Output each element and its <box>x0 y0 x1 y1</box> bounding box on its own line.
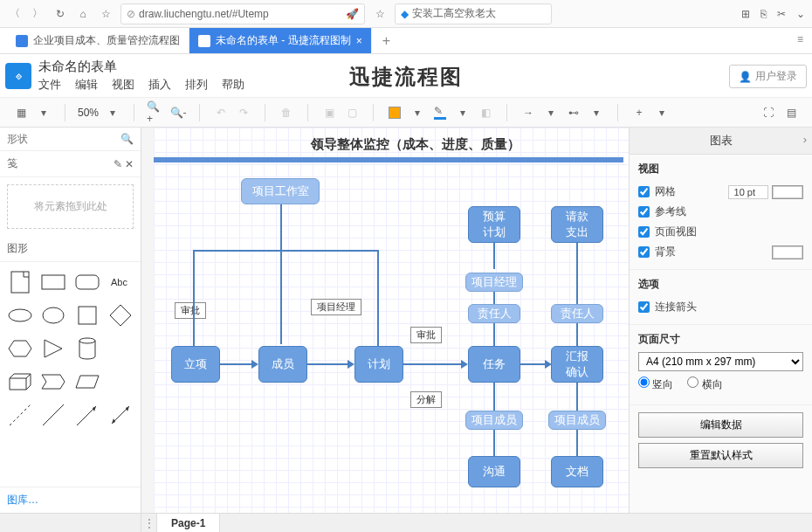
shapes-header[interactable]: 图形 <box>0 236 141 262</box>
page-tab-menu[interactable]: ⋮ <box>141 514 157 532</box>
menu-edit[interactable]: 编辑 <box>75 77 98 93</box>
node-establish[interactable]: 立项 <box>171 346 220 383</box>
shape-text[interactable]: Abc <box>107 269 134 295</box>
label-approve2[interactable]: 审批 <box>410 327 442 343</box>
chevron-down-icon[interactable]: ▾ <box>409 104 426 121</box>
connector-icon[interactable]: → <box>520 104 537 121</box>
chevron-right-icon[interactable]: › <box>803 133 807 146</box>
node-members[interactable]: 成员 <box>258 346 307 383</box>
star-icon[interactable]: ☆ <box>98 6 114 22</box>
shape-ellipse[interactable] <box>40 302 66 328</box>
cut-icon[interactable]: ✂ <box>777 8 786 20</box>
node-report[interactable]: 汇报 确认 <box>551 346 603 383</box>
diagram-title[interactable]: 领导整体监控（成本、进度、质量） <box>311 135 623 155</box>
pageview-checkbox[interactable] <box>638 226 650 238</box>
landscape-radio[interactable]: 横向 <box>687 377 722 392</box>
url-star-icon[interactable]: ☆ <box>372 6 388 22</box>
shape-blank[interactable] <box>107 335 134 362</box>
to-back-icon[interactable]: ▢ <box>343 104 361 121</box>
to-front-icon[interactable]: ▣ <box>320 104 338 121</box>
chevron-down-icon[interactable]: ▾ <box>653 104 671 121</box>
url-bar[interactable]: ⊘ draw.liuchengtu.net/#Utemp 🚀 <box>120 3 365 24</box>
grid-checkbox[interactable] <box>638 186 650 197</box>
reload-icon[interactable]: ↻ <box>52 6 68 22</box>
tab-list-icon[interactable]: ≡ <box>788 28 812 53</box>
chevron-down-icon[interactable]: ▾ <box>588 104 605 121</box>
format-panel-icon[interactable]: ▤ <box>782 104 800 121</box>
browser-search[interactable]: ◆ 安装工高空救老太 <box>395 3 552 24</box>
page-tab-1[interactable]: Page-1 <box>157 514 220 532</box>
label-approve1[interactable]: 审批 <box>175 302 206 319</box>
tab-close-icon[interactable]: × <box>356 35 362 47</box>
shape-triangle[interactable] <box>40 335 66 362</box>
shape-rounded[interactable] <box>74 269 100 295</box>
chevron-down-icon[interactable]: ⌄ <box>796 8 805 20</box>
shape-search-input[interactable] <box>7 133 115 145</box>
rocket-icon[interactable]: 🚀 <box>346 8 359 20</box>
label-pm1[interactable]: 项目经理 <box>311 299 361 315</box>
edit-icon[interactable]: ✎ ✕ <box>114 158 134 170</box>
zoom-out-icon[interactable]: 🔍- <box>169 104 187 121</box>
menu-view[interactable]: 视图 <box>112 77 134 93</box>
background-checkbox[interactable] <box>638 246 650 258</box>
node-task[interactable]: 任务 <box>468 346 520 383</box>
apps-icon[interactable]: ⊞ <box>741 8 750 20</box>
shape-step[interactable] <box>40 369 66 395</box>
node-members2[interactable]: 项目成员 <box>548 411 606 430</box>
shadow-icon[interactable]: ◧ <box>477 104 494 121</box>
shape-cylinder[interactable] <box>74 335 100 362</box>
node-resp1[interactable]: 责任人 <box>468 304 520 323</box>
chevron-down-icon[interactable]: ▾ <box>104 104 121 121</box>
chevron-down-icon[interactable]: ▾ <box>35 104 52 121</box>
shape-diamond[interactable] <box>107 302 134 328</box>
app-logo[interactable]: ⟐ <box>5 63 31 89</box>
waypoint-icon[interactable]: ⊷ <box>565 104 582 121</box>
node-payment[interactable]: 请款 支出 <box>551 206 603 243</box>
canvas[interactable]: 领导整体监控（成本、进度、质量） 项目工作室 预算 计划 请款 支出 项目经理 … <box>141 128 629 513</box>
node-pm2[interactable]: 项目经理 <box>465 273 523 292</box>
shape-rect[interactable] <box>40 269 66 295</box>
connect-arrow-checkbox[interactable] <box>638 301 650 313</box>
menu-file[interactable]: 文件 <box>38 77 61 93</box>
tab-add-button[interactable]: + <box>372 28 401 53</box>
chevron-down-icon[interactable]: ▾ <box>542 104 560 121</box>
background-color-swatch[interactable] <box>772 245 803 259</box>
chevron-down-icon[interactable]: ▾ <box>454 104 471 121</box>
reset-style-button[interactable]: 重置默认样式 <box>638 443 803 468</box>
shape-parallelogram[interactable] <box>74 369 100 395</box>
grid-color-swatch[interactable] <box>772 185 803 199</box>
node-members1[interactable]: 项目成员 <box>465 411 523 430</box>
download-icon[interactable]: ⎘ <box>760 8 767 20</box>
node-comm[interactable]: 沟通 <box>468 456 520 487</box>
search-icon[interactable]: 🔍 <box>120 133 134 145</box>
node-workroom[interactable]: 项目工作室 <box>241 178 320 204</box>
undo-icon[interactable]: ↶ <box>212 104 230 121</box>
layout-icon[interactable]: ▦ <box>12 104 30 121</box>
redo-icon[interactable]: ↷ <box>235 104 252 121</box>
guides-checkbox[interactable] <box>638 206 650 218</box>
node-resp2[interactable]: 责任人 <box>551 304 603 323</box>
menu-help[interactable]: 帮助 <box>222 77 244 93</box>
shape-blank2[interactable] <box>107 369 134 395</box>
scratch-dropzone[interactable]: 将元素拖到此处 <box>7 184 134 229</box>
node-doc[interactable]: 文档 <box>551 456 603 487</box>
shape-document[interactable] <box>7 269 33 295</box>
line-color-button[interactable]: ✎ <box>431 104 449 121</box>
delete-icon[interactable]: 🗑 <box>278 104 295 121</box>
page-size-select[interactable]: A4 (210 mm x 297 mm) <box>638 352 803 371</box>
label-decompose[interactable]: 分解 <box>410 391 442 408</box>
shape-hexagon[interactable] <box>7 335 33 362</box>
menu-insert[interactable]: 插入 <box>148 77 171 93</box>
shape-cube[interactable] <box>7 369 33 395</box>
home-icon[interactable]: ⌂ <box>75 6 91 22</box>
forward-icon[interactable]: 〉 <box>30 6 45 22</box>
menu-arrange[interactable]: 排列 <box>185 77 208 93</box>
tab-0[interactable]: 企业项目成本、质量管控流程图 <box>7 28 189 53</box>
fullscreen-icon[interactable]: ⛶ <box>760 104 777 121</box>
user-login-button[interactable]: 👤 用户登录 <box>729 65 807 88</box>
tab-1[interactable]: 未命名的表单 - 迅捷流程图制 × <box>189 28 372 53</box>
doc-title[interactable]: 未命名的表单 <box>38 59 244 75</box>
shape-dashed-line[interactable] <box>7 402 33 428</box>
edit-data-button[interactable]: 编辑数据 <box>638 412 803 438</box>
shape-square[interactable] <box>74 302 100 328</box>
